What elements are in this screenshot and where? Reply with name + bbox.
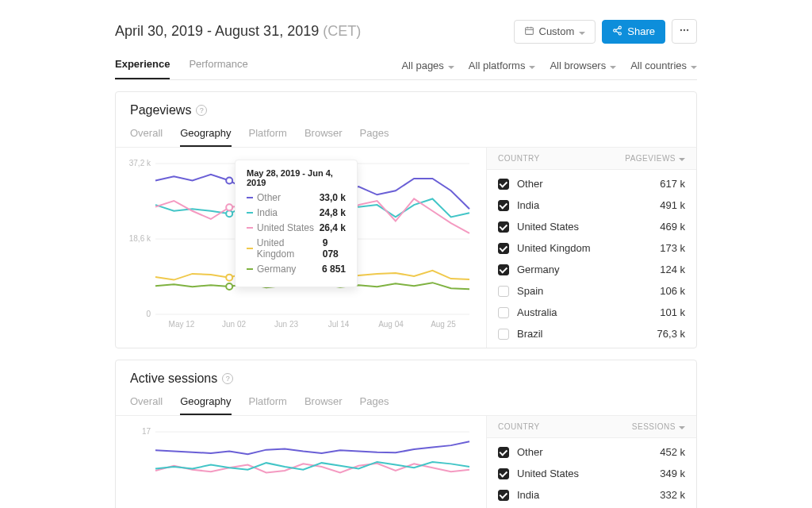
checkbox[interactable] (498, 200, 509, 211)
chevron-down-icon (679, 422, 685, 431)
filter-pages[interactable]: All pages (401, 60, 454, 71)
svg-point-19 (226, 210, 232, 217)
chevron-down-icon (610, 60, 616, 71)
sessions-tab-overall[interactable]: Overall (130, 395, 163, 415)
legend-row[interactable]: India332 k (487, 484, 696, 506)
legend-name: Spain (517, 285, 543, 297)
pageviews-tab-platform[interactable]: Platform (249, 127, 287, 147)
pageviews-tab-browser[interactable]: Browser (304, 127, 343, 147)
legend-name: United States (517, 221, 579, 233)
legend-row[interactable]: United Kingdom173 k (487, 237, 696, 259)
checkbox[interactable] (498, 490, 509, 501)
legend-name: United Kingdom (517, 242, 591, 254)
legend-row[interactable]: United States469 k (487, 216, 696, 237)
svg-point-10 (684, 29, 685, 31)
legend-row[interactable]: Brazil76,3 k (487, 323, 696, 344)
filter-platforms[interactable]: All platforms (469, 60, 536, 71)
sessions-tab-pages[interactable]: Pages (360, 395, 389, 415)
chevron-down-icon (679, 154, 685, 163)
custom-range-button[interactable]: Custom (514, 20, 596, 44)
legend-row[interactable]: Germany124 k (487, 259, 696, 280)
legend-header-sessions[interactable]: Sessions (632, 422, 685, 431)
legend-value: 101 k (660, 306, 685, 318)
legend-value: 173 k (660, 242, 685, 254)
legend-row[interactable]: Other452 k (487, 441, 696, 463)
svg-point-4 (619, 26, 621, 29)
chevron-down-icon (691, 60, 697, 71)
legend-value: 452 k (660, 446, 685, 458)
tooltip-title: May 28, 2019 - Jun 4, 2019 (247, 168, 346, 187)
dots-icon (679, 25, 690, 38)
legend-name: Other (517, 446, 543, 458)
checkbox[interactable] (498, 447, 509, 458)
checkbox[interactable] (498, 329, 509, 340)
svg-text:Aug 04: Aug 04 (378, 320, 404, 329)
svg-point-22 (226, 283, 232, 290)
legend-row[interactable]: Spain106 k (487, 280, 696, 302)
svg-text:37,2 k: 37,2 k (129, 159, 151, 167)
legend-row[interactable]: United States349 k (487, 463, 696, 484)
svg-point-18 (226, 177, 232, 183)
checkbox[interactable] (498, 286, 509, 297)
panel-title: Active sessions (130, 371, 217, 386)
info-icon[interactable]: ? (222, 373, 233, 384)
more-button[interactable] (672, 19, 697, 44)
chevron-down-icon (579, 25, 585, 37)
tab-performance[interactable]: Performance (189, 58, 247, 79)
series-line (155, 441, 469, 454)
svg-text:Jul 14: Jul 14 (328, 320, 350, 329)
svg-point-20 (226, 204, 232, 210)
checkbox[interactable] (498, 221, 509, 233)
chevron-down-icon (529, 60, 535, 71)
svg-text:18,6 k: 18,6 k (129, 234, 151, 243)
svg-point-6 (619, 32, 621, 34)
svg-line-7 (616, 28, 619, 29)
pageviews-panel: Pageviews ? OverallGeographyPlatformBrow… (115, 91, 697, 348)
svg-rect-0 (525, 27, 533, 34)
legend-name: Australia (517, 306, 557, 318)
sessions-tab-geography[interactable]: Geography (180, 395, 231, 415)
filter-countries[interactable]: All countries (630, 60, 697, 71)
svg-point-21 (226, 275, 232, 281)
legend-name: Other (517, 178, 543, 190)
legend-row[interactable]: Australia101 k (487, 302, 696, 323)
checkbox[interactable] (498, 179, 509, 190)
sessions-tab-browser[interactable]: Browser (304, 395, 343, 415)
svg-point-9 (680, 29, 682, 31)
info-icon[interactable]: ? (196, 105, 207, 116)
legend-value: 106 k (660, 285, 685, 297)
sessions-tab-platform[interactable]: Platform (249, 395, 287, 415)
tab-experience[interactable]: Experience (115, 58, 170, 79)
checkbox[interactable] (498, 307, 509, 318)
pageviews-tab-pages[interactable]: Pages (360, 127, 389, 147)
sessions-panel: Active sessions ? OverallGeographyPlatfo… (115, 360, 697, 508)
legend-name: Germany (517, 264, 559, 275)
filter-browsers[interactable]: All browsers (550, 60, 616, 71)
legend-name: India (517, 199, 539, 211)
legend-row[interactable]: India491 k (487, 194, 696, 216)
legend-value: 349 k (660, 468, 685, 479)
panel-title: Pageviews (130, 103, 191, 117)
svg-text:Jun 02: Jun 02 (222, 320, 246, 329)
svg-text:17: 17 (142, 427, 151, 436)
legend-value: 469 k (660, 221, 685, 233)
svg-text:May 12: May 12 (169, 320, 195, 329)
legend-header-country[interactable]: Country (498, 422, 540, 431)
legend-value: 491 k (660, 199, 685, 211)
legend-row[interactable]: Other617 k (487, 173, 696, 194)
share-button[interactable]: Share (602, 20, 665, 44)
legend-value: 76,3 k (657, 328, 685, 340)
checkbox[interactable] (498, 468, 509, 479)
checkbox[interactable] (498, 264, 509, 275)
svg-text:Jun 23: Jun 23 (274, 320, 298, 329)
legend-name: United States (517, 468, 579, 479)
legend-header-country[interactable]: Country (498, 154, 540, 163)
pageviews-tab-overall[interactable]: Overall (130, 127, 163, 147)
pageviews-tab-geography[interactable]: Geography (180, 127, 231, 147)
checkbox[interactable] (498, 243, 509, 254)
svg-text:0: 0 (146, 310, 151, 318)
main-tabs: Experience Performance (115, 58, 248, 79)
legend-name: Brazil (517, 328, 543, 340)
svg-point-11 (687, 29, 688, 31)
legend-header-pageviews[interactable]: Pageviews (625, 154, 685, 163)
